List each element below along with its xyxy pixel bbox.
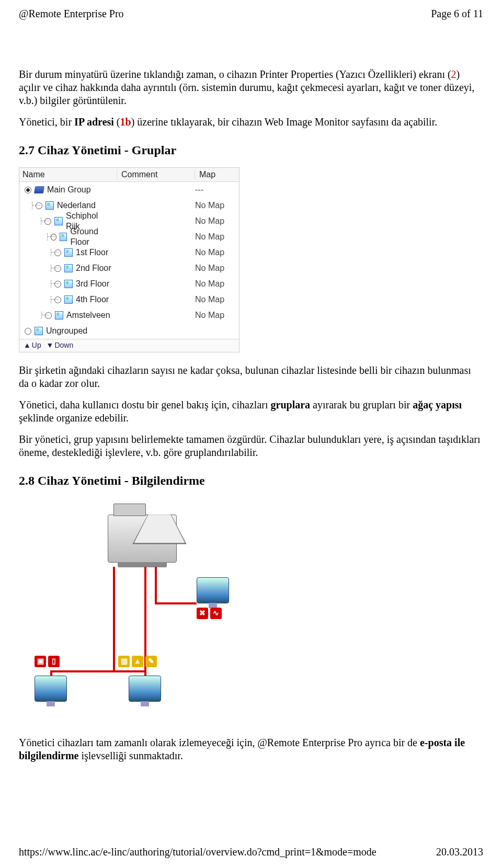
page-number: Page 6 of 11 — [431, 7, 483, 20]
row-name: 3rd Floor — [76, 279, 109, 289]
pulse-icon: ∿ — [210, 608, 222, 619]
table-header: Name Comment Map — [19, 168, 239, 182]
text-bold: IP adresi — [74, 116, 114, 128]
tree-icon — [64, 280, 73, 288]
paragraph: Bir yönetici, grup yapısını belirlemekte… — [19, 433, 483, 459]
row-name: 2nd Floor — [76, 263, 111, 273]
text: ( — [114, 116, 120, 128]
text: Bir durum minyatürü üzerine tıklandığı z… — [19, 68, 451, 80]
tree-icon — [45, 201, 54, 210]
up-link[interactable]: Up — [32, 341, 41, 350]
text-bold: ağaç yapısı — [413, 399, 462, 410]
document-body: Bir durum minyatürü üzerine tıklandığı z… — [19, 68, 483, 762]
note-icon: ✎ — [145, 656, 157, 667]
alert-badges: ▥▲✎ — [118, 656, 157, 667]
tree-icon — [54, 217, 63, 225]
paragraph: Yönetici cihazları tam zamanlı olarak iz… — [19, 736, 483, 762]
wire — [50, 670, 115, 672]
select-radio[interactable] — [54, 265, 61, 272]
select-radio[interactable] — [51, 234, 57, 241]
wire — [155, 567, 157, 602]
notification-diagram: ✖∿ ▣▯ ▥▲✎ — [19, 499, 291, 724]
tree-icon — [64, 295, 73, 304]
row-name: Ungrouped — [46, 326, 87, 336]
table-row[interactable]: Main Group--- — [19, 182, 239, 198]
text-bold: gruplara — [271, 399, 311, 410]
select-radio[interactable] — [25, 187, 31, 193]
footer-url: https://www.linc.ac/e-linc/authoring/tut… — [19, 846, 376, 859]
down-arrow-icon[interactable]: ▼ — [47, 341, 54, 350]
group-tree-table: Name Comment Map Main Group---NederlandN… — [19, 167, 239, 352]
tree-icon — [55, 311, 63, 319]
text: Yönetici, daha kullanıcı dostu bir genel… — [19, 399, 271, 410]
down-link[interactable]: Down — [54, 341, 73, 350]
select-radio[interactable] — [54, 249, 61, 256]
table-footer: ▲Up ▼Down — [19, 339, 239, 352]
select-radio[interactable] — [45, 312, 52, 319]
paragraph: Yönetici, bir IP adresi (1b) üzerine tık… — [19, 116, 483, 129]
wire — [144, 567, 146, 670]
text: ayırarak bu grupları bir — [310, 399, 413, 410]
paragraph: Bir durum minyatürü üzerine tıklandığı z… — [19, 68, 483, 107]
row-name: 1st Floor — [76, 247, 108, 258]
row-name: 4th Floor — [76, 294, 109, 305]
heading-2-7: 2.7 Cihaz Yönetimi - Gruplar — [19, 142, 483, 158]
text: Yönetici, bir — [19, 116, 74, 128]
page-icon: ▯ — [48, 656, 60, 667]
table-row[interactable]: 2nd FloorNo Map — [19, 260, 239, 276]
page: @Remote Enterprise Pro Page 6 of 11 Bir … — [0, 0, 502, 868]
tray-icon: ▥ — [118, 656, 130, 667]
warning-icon: ▲ — [132, 656, 143, 667]
up-arrow-icon[interactable]: ▲ — [24, 341, 31, 350]
tree-icon — [60, 233, 67, 241]
printer-icon — [102, 499, 181, 577]
page-footer: https://www.linc.ac/e-linc/authoring/tut… — [19, 846, 483, 859]
jam-icon: ▣ — [35, 656, 46, 667]
text: şeklinde organize edebilir. — [19, 412, 129, 424]
ref-number: 2 — [451, 68, 457, 80]
table-row[interactable]: 4th FloorNo Map — [19, 292, 239, 307]
tree-icon — [64, 248, 73, 257]
select-radio[interactable] — [54, 281, 61, 288]
select-radio[interactable] — [25, 328, 31, 335]
row-name: Main Group — [47, 185, 91, 195]
col-comment[interactable]: Comment — [117, 169, 195, 180]
alert-badges: ▣▯ — [35, 656, 60, 667]
folder-icon — [34, 186, 44, 193]
col-name[interactable]: Name — [19, 169, 117, 180]
wrench-icon: ✖ — [197, 608, 208, 619]
paragraph: Bir şirketin ağındaki cihazların sayısı … — [19, 364, 483, 390]
ref-number: 1b — [120, 116, 131, 128]
table-row[interactable]: 3rd FloorNo Map — [19, 276, 239, 292]
row-map: No Map — [191, 310, 239, 321]
select-radio[interactable] — [36, 202, 42, 209]
row-map: No Map — [191, 279, 239, 289]
col-map[interactable]: Map — [195, 169, 239, 180]
row-name: Nederland — [57, 200, 96, 211]
text: Yönetici cihazları tam zamanlı olarak iz… — [19, 737, 420, 748]
row-map: No Map — [191, 247, 239, 258]
monitor-icon — [35, 676, 67, 702]
paragraph: Yönetici, daha kullanıcı dostu bir genel… — [19, 398, 483, 425]
select-radio[interactable] — [44, 218, 51, 225]
app-name: @Remote Enterprise Pro — [19, 7, 124, 20]
table-row[interactable]: Ground FloorNo Map — [19, 229, 239, 245]
row-map: No Map — [191, 263, 239, 273]
row-map: No Map — [191, 232, 239, 242]
tree-icon — [64, 264, 73, 272]
table-row[interactable]: AmstelveenNo Map — [19, 307, 239, 323]
heading-2-8: 2.8 Cihaz Yönetimi - Bilgilendirme — [19, 473, 483, 488]
row-name: Ground Floor — [70, 226, 113, 247]
row-map: No Map — [191, 200, 239, 211]
row-map: No Map — [191, 216, 239, 226]
page-header: @Remote Enterprise Pro Page 6 of 11 — [19, 7, 483, 20]
wire — [155, 602, 197, 604]
table-row[interactable]: 1st FloorNo Map — [19, 245, 239, 260]
row-map: --- — [191, 185, 239, 195]
text: ) üzerine tıklayarak, bir cihazın Web Im… — [131, 116, 438, 128]
select-radio[interactable] — [54, 296, 61, 303]
tree-icon — [35, 327, 43, 335]
wire — [113, 670, 146, 672]
row-name: Amstelveen — [66, 310, 110, 321]
table-row[interactable]: Ungrouped — [19, 323, 239, 339]
